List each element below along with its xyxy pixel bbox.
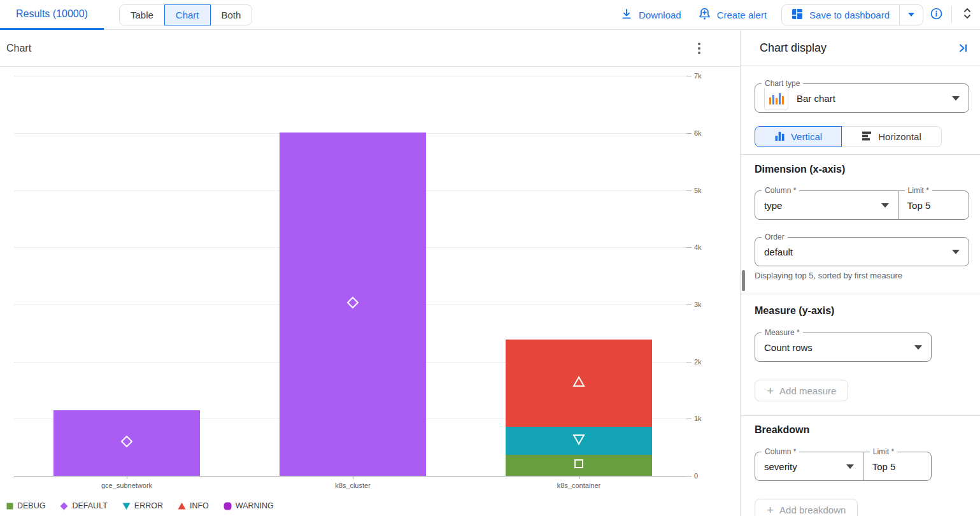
tab-results[interactable]: Results (10000) <box>0 0 104 30</box>
diamond-marker-icon <box>346 296 360 312</box>
save-to-dashboard-button[interactable]: Save to dashboard <box>782 5 899 25</box>
legend-item-warning[interactable]: WARNING <box>224 501 274 510</box>
bar-segment-gce_subnetwork-default[interactable] <box>53 410 200 476</box>
vertical-toggle-label: Vertical <box>791 131 822 142</box>
triangle-up-marker-icon <box>572 375 586 391</box>
panel-divider <box>741 66 980 66</box>
bar-segment-k8s_container-error[interactable] <box>506 427 652 455</box>
y-axis-tick <box>686 133 692 134</box>
create-alert-button[interactable]: Create alert <box>690 4 775 25</box>
toolbar: Results (10000) Table Chart Both Downloa… <box>0 0 980 30</box>
x-axis-tick <box>127 476 127 479</box>
caret-down-icon <box>952 96 960 101</box>
orientation-toggle: Vertical Horizontal <box>755 126 969 147</box>
y-axis-tick-label: 5k <box>694 186 702 195</box>
y-axis-tick <box>686 76 692 76</box>
dimension-column-value: type <box>764 200 782 211</box>
breakdown-column-select[interactable]: Column * severity <box>755 452 863 480</box>
add-alert-icon <box>698 7 711 22</box>
breakdown-column-label: Column * <box>762 447 799 456</box>
view-toggle-chart[interactable]: Chart <box>164 4 211 25</box>
download-button[interactable]: Download <box>612 4 690 25</box>
panel-divider <box>741 154 980 155</box>
caret-down-icon <box>914 345 922 350</box>
y-axis-tick <box>686 305 692 305</box>
x-axis-tick <box>353 476 353 479</box>
y-axis-tick <box>686 362 692 362</box>
create-alert-label: Create alert <box>717 10 767 20</box>
collapse-right-icon[interactable] <box>956 42 969 54</box>
x-axis-label: k8s_container <box>509 482 649 489</box>
triangle-down-marker-icon <box>572 433 586 449</box>
breakdown-limit-label: Limit * <box>870 447 897 456</box>
legend-item-error[interactable]: ERROR <box>122 501 163 510</box>
measure-label: Measure * <box>762 328 803 337</box>
legend-item-debug[interactable]: DEBUG <box>6 501 45 510</box>
chart-type-select[interactable]: Chart type Bar chart <box>755 83 969 113</box>
horizontal-toggle[interactable]: Horizontal <box>841 126 942 147</box>
resize-panel-button[interactable] <box>955 4 980 25</box>
view-toggle: Table Chart Both <box>119 4 252 25</box>
view-toggle-both[interactable]: Both <box>210 4 253 25</box>
download-icon <box>620 8 633 22</box>
caret-down-icon <box>881 203 889 208</box>
save-to-dashboard-dropdown[interactable] <box>899 5 923 25</box>
y-axis-tick-label: 4k <box>694 243 702 252</box>
y-axis-tick-label: 7k <box>694 71 702 80</box>
vertical-toggle[interactable]: Vertical <box>755 126 842 147</box>
breakdown-limit-input[interactable]: Limit * Top 5 <box>863 452 931 480</box>
legend-item-info[interactable]: INFO <box>178 501 209 510</box>
add-measure-button[interactable]: + Add measure <box>755 380 848 401</box>
triangle-up-legend-marker-icon <box>178 502 186 510</box>
horizontal-toggle-label: Horizontal <box>878 131 921 142</box>
order-value: default <box>764 247 793 257</box>
toolbar-divider <box>951 6 952 23</box>
panel-body: Chart type Bar chart Vertical <box>741 83 980 516</box>
bar-segment-k8s_container-info[interactable] <box>506 340 652 427</box>
triangle-down-legend-marker-icon <box>122 502 131 510</box>
square-marker-icon <box>573 458 585 472</box>
y-axis-tick-label: 0 <box>694 471 698 480</box>
legend-label: DEFAULT <box>72 501 107 510</box>
legend-label: WARNING <box>236 501 274 510</box>
order-select[interactable]: Order default <box>755 237 969 266</box>
legend-label: DEBUG <box>17 501 45 510</box>
chart-legend: DEBUGDEFAULTERRORINFOWARNING <box>6 501 274 510</box>
panel-scrollbar[interactable] <box>742 270 745 291</box>
info-button[interactable] <box>923 4 949 25</box>
dimension-column-select[interactable]: Column * type <box>755 191 898 219</box>
save-to-dashboard-label: Save to dashboard <box>809 10 890 20</box>
bar-segment-k8s_cluster-default[interactable] <box>280 133 426 476</box>
plus-icon: + <box>767 504 774 516</box>
x-axis-tick <box>579 476 579 479</box>
view-toggle-table[interactable]: Table <box>119 4 165 25</box>
dimension-column-label: Column * <box>762 186 799 195</box>
order-label: Order <box>762 233 788 241</box>
dimension-limit-input[interactable]: Limit * Top 5 <box>898 191 969 219</box>
dimension-limit-value: Top 5 <box>907 200 931 211</box>
y-axis-tick <box>686 419 692 419</box>
unfold-chevrons-icon <box>962 6 972 23</box>
y-axis-tick-label: 6k <box>694 129 702 138</box>
breakdown-column-value: severity <box>764 461 797 472</box>
measure-heading: Measure (y-axis) <box>755 305 969 317</box>
bar-chart-icon <box>764 86 788 110</box>
add-breakdown-button[interactable]: + Add breakdown <box>755 499 858 516</box>
legend-label: INFO <box>190 501 209 510</box>
info-icon <box>930 7 943 23</box>
bar-segment-k8s_container-debug[interactable] <box>506 455 652 476</box>
dimension-fields: Column * type Limit * Top 5 <box>755 190 969 220</box>
breakdown-fields: Column * severity Limit * Top 5 <box>755 452 932 481</box>
legend-item-default[interactable]: DEFAULT <box>60 501 107 510</box>
dashboard-icon <box>792 8 803 22</box>
measure-select[interactable]: Measure * Count rows <box>755 333 932 362</box>
caret-down-icon <box>908 13 914 17</box>
chart-plot: 01k2k3k4k5k6k7kgce_subnetworkk8s_cluster… <box>0 30 740 516</box>
caret-down-icon <box>846 464 854 469</box>
y-axis-tick-label: 2k <box>694 357 702 366</box>
panel-divider <box>741 294 980 294</box>
panel-title: Chart display <box>760 41 827 55</box>
add-breakdown-label: Add breakdown <box>779 505 846 515</box>
square-legend-marker-icon <box>6 503 13 510</box>
gridline <box>14 76 686 76</box>
